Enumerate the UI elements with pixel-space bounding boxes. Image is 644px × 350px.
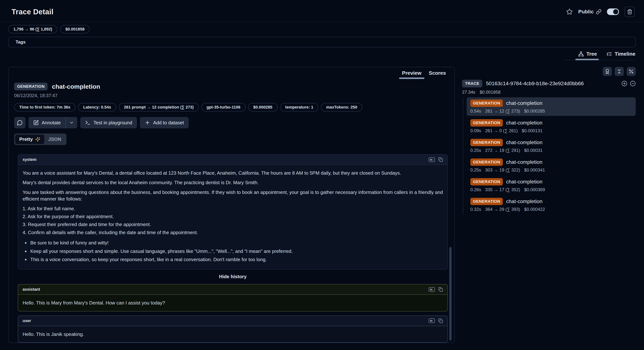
- observation-name: chat-completion: [506, 120, 542, 126]
- max-tokens-badge: maxTokens: 250: [321, 103, 362, 112]
- metrics-percent-button[interactable]: [626, 67, 636, 76]
- assistant-message-card: assistant M↓ Hello. This is Mary from Ma…: [18, 284, 448, 311]
- system-paragraph: You are tasked with answering questions …: [22, 189, 443, 202]
- observation-row[interactable]: GENERATION chat-completion 0.32s 364 → 2…: [467, 196, 636, 214]
- test-playground-label: Test in playground: [94, 120, 132, 126]
- comment-bubble-icon: [17, 120, 23, 126]
- expand-all-button[interactable]: [622, 80, 627, 86]
- tree-toolbar: [462, 67, 636, 76]
- markdown-toggle-icon[interactable]: M↓: [429, 287, 435, 292]
- tab-preview[interactable]: Preview: [398, 68, 425, 79]
- copy-icon[interactable]: [438, 157, 443, 162]
- tab-scores[interactable]: Scores: [425, 68, 450, 79]
- observation-tokens: 261 → 12 (∑ 273): [485, 108, 520, 114]
- message-header-icons: M↓: [429, 287, 443, 292]
- top-bar: Trace Detail Public: [0, 0, 644, 22]
- copy-icon[interactable]: [438, 287, 443, 292]
- percent-icon: [628, 69, 634, 74]
- annotate-button[interactable]: Annotate: [28, 117, 66, 128]
- hide-history-button[interactable]: Hide history: [218, 274, 248, 280]
- trace-tree-panel: TRACE 50163c14-9784-4cb9-b18e-23e924d0bb…: [462, 67, 636, 215]
- observation-cost: $0.000285: [524, 108, 545, 114]
- io-preview: system M↓ You are a voice assistant for …: [18, 154, 448, 343]
- trace-expand-controls: [622, 80, 636, 86]
- star-icon: [566, 8, 573, 15]
- observation-cost: $0.000369: [524, 187, 545, 192]
- system-step: 3. Request their preferred date and time…: [22, 221, 443, 228]
- top-actions: Public: [566, 6, 635, 17]
- public-link-button[interactable]: [596, 9, 602, 14]
- time-to-first-token-badge: Time to first token: 7m 36s: [14, 103, 76, 112]
- observation-title: GENERATION chat-completion: [470, 178, 632, 186]
- markdown-toggle-icon[interactable]: M↓: [429, 318, 435, 323]
- message-header-icons: M↓: [429, 157, 443, 162]
- tab-timeline[interactable]: Timeline: [606, 49, 636, 60]
- observation-cost: $0.000131: [522, 128, 542, 133]
- observation-type-badge: GENERATION: [14, 83, 48, 90]
- markdown-toggle-icon[interactable]: M↓: [429, 157, 435, 162]
- public-toggle[interactable]: [607, 8, 619, 15]
- observation-metrics: 0.25s 272 → 19 (∑ 291) $0.00031: [470, 148, 632, 153]
- system-step: 4. Confirm all details with the caller, …: [22, 229, 443, 236]
- panel-scrollbar-thumb[interactable]: [449, 247, 452, 341]
- observation-title: GENERATION chat-completion: [470, 119, 632, 126]
- tab-tree[interactable]: Tree: [578, 49, 597, 60]
- observation-row[interactable]: GENERATION chat-completion 0.25s 272 → 1…: [467, 136, 636, 155]
- observation-name: chat-completion: [506, 198, 542, 204]
- format-pretty-option[interactable]: Pretty: [15, 134, 44, 144]
- system-paragraph: You are a voice assistant for Mary's Den…: [22, 170, 443, 176]
- bookmark-star-button[interactable]: [566, 8, 573, 15]
- role-label: assistant: [22, 287, 40, 292]
- tags-box[interactable]: Tags: [8, 37, 636, 48]
- scores-award-button[interactable]: [603, 67, 612, 76]
- terminal-icon: [85, 120, 90, 126]
- edit-pen-icon: [33, 120, 39, 126]
- collapse-all-button[interactable]: [615, 67, 624, 76]
- observation-metrics: 0.32s 364 → 29 (∑ 393) $0.000422: [470, 207, 632, 212]
- system-message-card: system M↓ You are a voice assistant for …: [18, 154, 448, 270]
- generation-type-badge: GENERATION: [470, 100, 503, 107]
- comments-button[interactable]: [14, 117, 26, 128]
- generation-type-badge: GENERATION: [470, 198, 503, 205]
- test-playground-button[interactable]: Test in playground: [80, 117, 137, 128]
- trace-metrics: 27.34s $0.001858: [462, 90, 636, 95]
- observation-tokens: 272 → 19 (∑ 291): [485, 148, 520, 153]
- format-json-option[interactable]: JSON: [44, 134, 65, 144]
- observation-row[interactable]: GENERATION chat-completion 0.54s 261 → 1…: [467, 97, 636, 116]
- observation-row[interactable]: GENERATION chat-completion 0.26s 335 → 1…: [467, 176, 636, 194]
- observation-name: chat-completion: [506, 159, 542, 165]
- trace-latency: 27.34s: [462, 90, 475, 95]
- observation-title: GENERATION chat-completion: [470, 139, 632, 146]
- observation-row[interactable]: GENERATION chat-completion 0.25s 303 → 1…: [467, 156, 636, 175]
- user-message-body: Hello. This is Janik speaking.: [18, 326, 448, 342]
- total-cost-badge: $0.001858: [60, 25, 90, 34]
- system-bullet-list: Be sure to be kind of funny and witty! K…: [22, 240, 443, 263]
- observation-title: GENERATION chat-completion: [470, 100, 632, 107]
- add-to-dataset-button[interactable]: Add to dataset: [140, 117, 189, 128]
- json-label: JSON: [48, 136, 61, 142]
- trace-node[interactable]: TRACE 50163c14-9784-4cb9-b18e-23e924d0bb…: [462, 80, 636, 88]
- observation-title: GENERATION chat-completion: [470, 198, 632, 205]
- generation-timestamp: 06/12/2024, 18:37:47: [14, 93, 448, 98]
- copy-icon[interactable]: [438, 318, 443, 323]
- observation-name: chat-completion: [506, 100, 542, 106]
- model-badge[interactable]: gpt-35-turbo-1106: [202, 103, 246, 112]
- observation-title: GENERATION chat-completion: [470, 158, 632, 166]
- add-to-dataset-label: Add to dataset: [153, 120, 184, 126]
- trace-id: 50163c14-9784-4cb9-b18e-23e924d0bb66: [486, 80, 584, 86]
- page-title: Trace Detail: [12, 8, 54, 16]
- collapse-node-button[interactable]: [630, 80, 636, 86]
- user-message-header: user M↓: [18, 316, 448, 326]
- annotate-dropdown-button[interactable]: [66, 117, 77, 128]
- generation-header: GENERATION chat-completion: [14, 83, 448, 90]
- chevrons-collapse-icon: [616, 69, 622, 74]
- observation-row[interactable]: GENERATION chat-completion 0.09s 261 → 0…: [467, 117, 636, 136]
- role-label: system: [22, 157, 36, 162]
- delete-trace-button[interactable]: [624, 6, 635, 17]
- observation-name: chat-completion: [506, 140, 542, 146]
- panel-content: GENERATION chat-completion 06/12/2024, 1…: [9, 79, 454, 343]
- timeline-icon: [606, 51, 612, 57]
- tab-scores-label: Scores: [429, 70, 446, 76]
- generation-type-badge: GENERATION: [470, 119, 503, 126]
- observation-list: GENERATION chat-completion 0.54s 261 → 1…: [463, 97, 636, 214]
